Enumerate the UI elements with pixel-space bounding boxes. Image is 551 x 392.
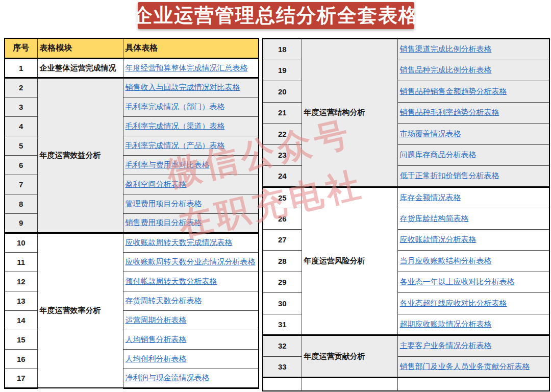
table-link[interactable]: 应收账款情况分析表格 <box>400 235 477 243</box>
table-link[interactable]: 库存金额情况表格 <box>400 193 461 202</box>
table-link[interactable]: 超期应收账款情况分析表格 <box>400 320 492 328</box>
table-link-cell: 问题库存商品分析表格 <box>397 144 549 166</box>
table-link[interactable]: 当月应收账款结构分析表格 <box>400 256 492 265</box>
table-link[interactable]: 盈利空间分析表格 <box>126 180 187 188</box>
table-link[interactable]: 销售品种完成比例分析表格 <box>400 65 492 74</box>
table-link-cell: 毛利率完成情况（渠道）表格 <box>123 116 259 136</box>
row-number-cell: 1 <box>5 58 37 78</box>
module-cell: 企业整体运营完成情况 <box>37 58 123 78</box>
row-number-cell: 27 <box>263 229 302 251</box>
table-row: 2年度运营效益分析销售收入与回款完成情况对比表格 <box>5 78 259 97</box>
row-number-cell: 14 <box>5 310 37 330</box>
table-link[interactable]: 毛利率与费用率对比表格 <box>126 160 210 169</box>
table-link-cell: 毛利率完成情况（部门）表格 <box>123 97 259 116</box>
page-title: 企业运营管理总结分析全套表格 <box>133 3 419 29</box>
table-row: 18年度运营结构分析销售渠道完成比例分析表格 <box>263 39 549 60</box>
table-link[interactable]: 问题库存商品分析表格 <box>400 150 477 159</box>
row-number-cell: 25 <box>263 187 302 208</box>
left-table: 序号表格模块具体表格1企业整体运营完成情况年度经营预算整体完成情况汇总表格2年度… <box>4 38 259 389</box>
table-link-cell: 预付帐款周转天数分析表格 <box>123 272 259 291</box>
table-link[interactable]: 毛利率完成情况（产品）表格 <box>126 141 225 150</box>
table-link[interactable]: 管理费用项目分析表格 <box>126 199 202 208</box>
table-link-cell: 人均创利分析表格 <box>123 349 259 369</box>
table-link[interactable]: 存货周转天数分析表格 <box>126 296 202 305</box>
page: 企业运营管理总结分析全套表格 序号表格模块具体表格1企业整体运营完成情况年度经营… <box>0 0 551 392</box>
table-link-cell: 存货周转天数分析表格 <box>123 291 259 310</box>
table-link-cell: 销售品种完成比例分析表格 <box>397 60 549 81</box>
row-number-cell: 9 <box>5 213 37 233</box>
row-number-cell: 13 <box>5 291 37 310</box>
table-link-cell: 应收账款情况分析表格 <box>397 229 549 251</box>
table-link[interactable]: 存货库龄结构简表格 <box>400 214 469 223</box>
table-link[interactable]: 净利润与现金流情况表格 <box>126 373 210 382</box>
module-cell: 年度运营效益分析 <box>37 78 123 233</box>
row-number-cell: 16 <box>5 349 37 369</box>
table-link[interactable]: 销售收入与回款完成情况对比表格 <box>126 83 240 91</box>
row-number-cell: 32 <box>263 335 302 357</box>
row-number-cell: 29 <box>263 272 302 293</box>
row-number-cell: 30 <box>263 293 302 314</box>
table-link[interactable]: 各业态超红线应收对比分析表格 <box>400 299 507 307</box>
row-number-cell: 31 <box>263 314 302 335</box>
table-link[interactable]: 销售品种毛利率趋势分析表格 <box>400 108 499 116</box>
table-link[interactable]: 毛利率完成情况（渠道）表格 <box>126 121 225 130</box>
module-cell: 年度运营贡献分析 <box>302 335 397 378</box>
table-link-cell: 毛利率完成情况（产品）表格 <box>123 136 259 155</box>
row-number-cell: 10 <box>5 233 37 252</box>
table-link-cell: 年度经营预算整体完成情况汇总表格 <box>123 58 259 78</box>
table-link-cell: 净利润与现金流情况表格 <box>123 369 259 388</box>
row-number-cell: 21 <box>263 102 302 124</box>
table-link-cell: 各业态超红线应收对比分析表格 <box>397 293 549 314</box>
table-link[interactable]: 年度经营预算整体完成情况汇总表格 <box>126 63 248 72</box>
empty-cell <box>263 378 302 391</box>
module-cell: 年度运营风险分析 <box>302 187 397 335</box>
table-link-cell: 管理费用项目分析表格 <box>123 194 259 213</box>
row-number-cell: 19 <box>263 60 302 81</box>
row-number-cell: 4 <box>5 116 37 136</box>
table-link-cell: 销售费用项目分析表格 <box>123 213 259 233</box>
table-link[interactable]: 应收账款周转天数完成情况表格 <box>126 238 233 247</box>
row-number-cell: 8 <box>5 194 37 213</box>
row-number-cell: 7 <box>5 175 37 194</box>
table-link[interactable]: 人均创利分析表格 <box>126 354 187 363</box>
table-link[interactable]: 低于正常折扣价销售分析表格 <box>400 171 499 180</box>
row-number-cell: 26 <box>263 208 302 230</box>
module-cell: 年度运营结构分析 <box>302 39 397 187</box>
table-row: 1企业整体运营完成情况年度经营预算整体完成情况汇总表格 <box>5 58 259 78</box>
table-link[interactable]: 销售费用项目分析表格 <box>126 218 202 227</box>
row-number-cell: 15 <box>5 330 37 349</box>
table-link[interactable]: 运营周期分析表格 <box>126 315 187 324</box>
table-link[interactable]: 销售部门及业务人员业务贡献分析表格 <box>400 362 530 371</box>
row-number-cell: 17 <box>5 369 37 388</box>
table-link-cell: 销售收入与回款完成情况对比表格 <box>123 78 259 97</box>
table-link[interactable]: 销售品种销售金额趋势分析表格 <box>400 87 507 95</box>
table-link[interactable]: 销售渠道完成比例分析表格 <box>400 44 492 53</box>
table-link-cell: 销售渠道完成比例分析表格 <box>397 39 549 60</box>
table-link-cell: 销售部门及业务人员业务贡献分析表格 <box>397 356 549 378</box>
table-link-cell: 主要客户业务情况分析表格 <box>397 335 549 357</box>
row-number-cell: 3 <box>5 97 37 116</box>
table-link[interactable]: 毛利率完成情况（部门）表格 <box>126 102 225 111</box>
table-link[interactable]: 应收账款周转天数分业态情况分析表格 <box>126 257 256 266</box>
table-link-cell: 销售品种销售金额趋势分析表格 <box>397 81 549 103</box>
right-table: 18年度运营结构分析销售渠道完成比例分析表格19销售品种完成比例分析表格20销售… <box>262 38 550 391</box>
row-number-cell: 5 <box>5 136 37 155</box>
col-header: 序号 <box>5 38 37 58</box>
table-link[interactable]: 人均销售分析表格 <box>126 335 187 344</box>
table-link-cell: 库存金额情况表格 <box>397 187 549 208</box>
table-link[interactable]: 各业态一年以上应收对比分析表格 <box>400 277 515 286</box>
table-link-cell: 应收账款周转天数分业态情况分析表格 <box>123 252 259 272</box>
module-cell: 年度运营效率分析 <box>37 233 123 388</box>
table-link[interactable]: 市场覆盖情况表格 <box>400 129 461 138</box>
table-link-cell: 销售品种毛利率趋势分析表格 <box>397 102 549 124</box>
row-number-cell: 6 <box>5 155 37 175</box>
table-link[interactable]: 预付帐款周转天数分析表格 <box>126 277 217 285</box>
row-number-cell: 11 <box>5 252 37 272</box>
row-number-cell: 24 <box>263 166 302 187</box>
table-link-cell: 运营周期分析表格 <box>123 310 259 330</box>
table-link-cell: 应收账款周转天数完成情况表格 <box>123 233 259 252</box>
table-link[interactable]: 主要客户业务情况分析表格 <box>400 341 492 350</box>
table-row: 32年度运营贡献分析主要客户业务情况分析表格 <box>263 335 549 357</box>
table-row: 10年度运营效率分析应收账款周转天数完成情况表格 <box>5 233 259 252</box>
table-link-cell: 各业态一年以上应收对比分析表格 <box>397 272 549 293</box>
